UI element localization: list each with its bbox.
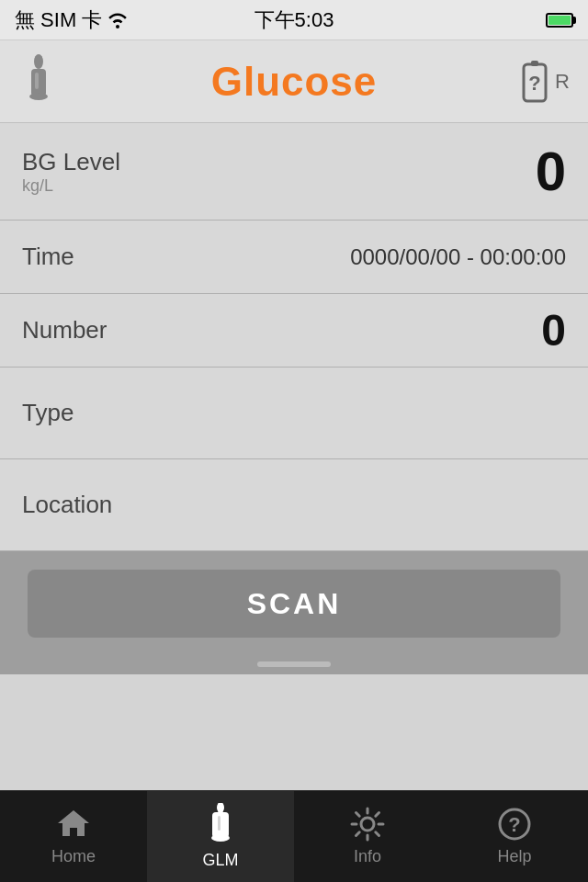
bg-level-value: 0 <box>169 140 566 203</box>
svg-point-2 <box>29 93 48 100</box>
svg-line-18 <box>376 813 379 817</box>
home-icon <box>56 807 91 842</box>
number-label: Number <box>22 316 169 345</box>
svg-text:?: ? <box>528 72 540 95</box>
app-title: Glucose <box>211 59 378 105</box>
candle-svg <box>18 54 59 109</box>
tab-home[interactable]: Home <box>0 791 147 882</box>
carrier-text: 無 SIM 卡 <box>15 6 102 34</box>
svg-rect-10 <box>218 816 220 831</box>
battery-r-label: R <box>555 70 570 94</box>
scan-button[interactable]: SCAN <box>28 570 560 638</box>
type-label: Type <box>22 399 169 427</box>
svg-point-11 <box>361 818 374 831</box>
tab-info[interactable]: Info <box>294 791 441 882</box>
glm-icon <box>203 803 238 845</box>
candle-icon <box>18 54 59 109</box>
tab-help-label: Help <box>497 847 531 866</box>
svg-rect-3 <box>35 73 39 89</box>
location-row: Location <box>0 459 588 551</box>
bg-level-label: BG Level <box>22 148 169 176</box>
svg-point-9 <box>211 834 230 842</box>
scan-section: SCAN <box>0 551 588 656</box>
battery-icon <box>546 13 573 28</box>
wifi-icon <box>107 12 128 28</box>
svg-point-7 <box>217 803 224 813</box>
help-icon: ? <box>497 807 532 842</box>
location-label: Location <box>22 491 169 519</box>
number-row: Number 0 <box>0 294 588 368</box>
status-bar: 無 SIM 卡 下午5:03 <box>0 0 588 40</box>
time-row: Time 0000/00/00 - 00:00:00 <box>0 220 588 294</box>
tab-info-label: Info <box>354 847 381 866</box>
tab-home-label: Home <box>51 847 96 866</box>
svg-text:?: ? <box>508 813 520 836</box>
tab-help[interactable]: ? Help <box>441 791 588 882</box>
info-gear-icon <box>350 807 385 842</box>
bg-level-row: BG Level kg/L 0 <box>0 123 588 220</box>
battery-help-icon[interactable]: ? R <box>520 57 570 107</box>
bg-level-sublabel: kg/L <box>22 176 169 196</box>
svg-line-19 <box>356 832 360 836</box>
number-value: 0 <box>169 305 566 356</box>
svg-rect-5 <box>531 61 538 66</box>
time-value: 0000/00/00 - 00:00:00 <box>169 244 566 270</box>
svg-line-16 <box>356 813 360 817</box>
time-label: Time <box>22 243 169 271</box>
svg-line-17 <box>376 832 379 836</box>
scroll-pill <box>257 662 331 667</box>
app-header: Glucose ? R <box>0 40 588 123</box>
status-left: 無 SIM 卡 <box>15 6 128 34</box>
status-time: 下午5:03 <box>254 6 334 34</box>
status-right <box>546 13 573 28</box>
battery-help-svg: ? <box>520 57 553 107</box>
tab-glm[interactable]: GLM <box>147 791 294 882</box>
svg-point-0 <box>34 54 43 69</box>
content-area: BG Level kg/L 0 Time 0000/00/00 - 00:00:… <box>0 123 588 551</box>
type-row: Type <box>0 368 588 459</box>
battery-fill <box>548 16 571 25</box>
tab-glm-label: GLM <box>202 851 238 870</box>
scroll-indicator <box>0 656 588 674</box>
bg-label-group: BG Level kg/L <box>22 148 169 196</box>
tab-bar: Home GLM Info ? <box>0 790 588 882</box>
